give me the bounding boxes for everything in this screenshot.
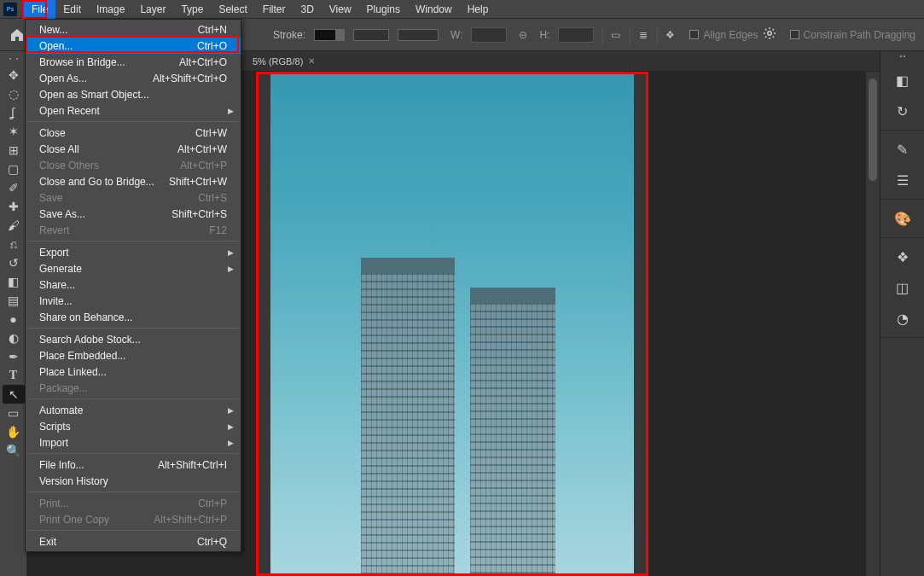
document-canvas[interactable] — [259, 74, 646, 573]
tool-frame[interactable]: ▢ — [3, 160, 25, 178]
tool-pen[interactable]: ✒ — [3, 347, 25, 366]
menu-image[interactable]: Image — [89, 0, 132, 19]
align-edges-checkbox[interactable]: Align Edges — [689, 29, 758, 41]
menu-view[interactable]: View — [322, 0, 359, 19]
tool-gradient[interactable]: ▤ — [3, 291, 25, 310]
tool-eraser[interactable]: ◧ — [3, 272, 25, 291]
menu-item-exit[interactable]: ExitCtrl+Q — [26, 533, 241, 550]
menu-help[interactable]: Help — [460, 0, 497, 19]
link-icon[interactable]: ⊖ — [519, 29, 527, 41]
menu-item-place-linked[interactable]: Place Linked... — [26, 364, 241, 380]
menu-plugins[interactable]: Plugins — [359, 0, 408, 19]
brushes-panel-icon[interactable]: ✎ — [886, 136, 920, 163]
tool-crop[interactable]: ⊞ — [3, 141, 25, 160]
swatches-panel-icon[interactable]: 🎨 — [886, 205, 920, 232]
menu-separator — [27, 530, 239, 531]
constrain-checkbox[interactable]: Constrain Path Dragging — [790, 29, 915, 41]
close-icon[interactable]: ✕ — [308, 51, 315, 72]
menu-item-search-adobe-stock[interactable]: Search Adobe Stock... — [26, 331, 241, 347]
menu-item-open-as-smart-object[interactable]: Open as Smart Object... — [26, 86, 241, 102]
width-input[interactable] — [471, 27, 507, 43]
menu-window[interactable]: Window — [408, 0, 460, 19]
menu-item-invite[interactable]: Invite... — [26, 293, 241, 309]
menu-item-save: SaveCtrl+S — [26, 189, 241, 206]
menu-item-generate[interactable]: Generate▶ — [26, 260, 241, 276]
menu-item-import[interactable]: Import▶ — [26, 434, 241, 451]
tool-dodge[interactable]: ◐ — [3, 329, 25, 347]
color-panel-icon[interactable]: ◧ — [886, 67, 920, 94]
paths-panel-icon[interactable]: ◔ — [886, 305, 920, 332]
tool-path-select[interactable]: ↖ — [3, 385, 25, 404]
menu-file[interactable]: File — [24, 0, 55, 19]
menu-layer[interactable]: Layer — [132, 0, 173, 19]
tool-quick-select[interactable]: ✶ — [3, 122, 25, 141]
menu-item-open-recent[interactable]: Open Recent▶ — [26, 102, 241, 119]
menu-item-save-as[interactable]: Save As...Shift+Ctrl+S — [26, 206, 241, 222]
stroke-style-dropdown[interactable] — [398, 29, 439, 41]
tool-history-brush[interactable]: ↺ — [3, 253, 25, 272]
menu-item-shortcut: Ctrl+W — [195, 127, 227, 139]
menu-item-new[interactable]: New...Ctrl+N — [26, 21, 241, 38]
tool-zoom[interactable]: 🔍 — [3, 441, 25, 460]
height-input[interactable] — [558, 27, 594, 43]
menu-item-share-on-behance[interactable]: Share on Behance... — [26, 309, 241, 325]
tools-panel: ✥◌ʆ✶⊞▢✐✚🖌⎌↺◧▤●◐✒T↖▭✋🔍 — [0, 51, 27, 576]
menu-item-version-history[interactable]: Version History — [26, 473, 241, 489]
menu-select[interactable]: Select — [211, 0, 254, 19]
tool-brush[interactable]: 🖌 — [3, 216, 25, 235]
menu-item-open-as[interactable]: Open As...Alt+Shift+Ctrl+O — [26, 70, 241, 86]
menu-item-share[interactable]: Share... — [26, 276, 241, 293]
menu-item-automate[interactable]: Automate▶ — [26, 402, 241, 418]
gear-icon[interactable] — [763, 26, 776, 43]
tool-move[interactable]: ✥ — [3, 66, 25, 84]
menu-edit[interactable]: Edit — [55, 0, 89, 19]
adjustments-panel-icon[interactable]: ☰ — [886, 166, 920, 194]
tool-eyedropper[interactable]: ✐ — [3, 178, 25, 197]
menu-filter[interactable]: Filter — [255, 0, 293, 19]
tool-lasso[interactable]: ʆ — [3, 103, 25, 122]
menu-item-close[interactable]: CloseCtrl+W — [26, 125, 241, 141]
chevron-right-icon: ▶ — [228, 107, 234, 115]
panel-drag-handle[interactable] — [9, 58, 18, 60]
tool-shape[interactable]: ▭ — [3, 404, 25, 422]
menu-item-close-all[interactable]: Close AllAlt+Ctrl+W — [26, 141, 241, 157]
menu-item-label: Close — [39, 127, 66, 139]
channels-panel-icon[interactable]: ◫ — [886, 274, 920, 301]
menu-item-label: Invite... — [39, 295, 73, 307]
menu-item-place-embedded[interactable]: Place Embedded... — [26, 347, 241, 364]
menu-item-shortcut: Shift+Ctrl+W — [169, 176, 227, 188]
tool-marquee[interactable]: ◌ — [3, 84, 25, 103]
stroke-color-swatch[interactable] — [314, 29, 345, 41]
menu-item-shortcut: Ctrl+N — [198, 24, 227, 36]
scrollbar-track[interactable] — [866, 72, 880, 576]
menu-item-file-info[interactable]: File Info...Alt+Shift+Ctrl+I — [26, 457, 241, 473]
menu-item-export[interactable]: Export▶ — [26, 244, 241, 260]
menu-item-browse-in-bridge[interactable]: Browse in Bridge...Alt+Ctrl+O — [26, 54, 241, 70]
home-icon[interactable] — [9, 27, 26, 43]
tool-hand[interactable]: ✋ — [3, 422, 25, 441]
menu-item-shortcut: Alt+Shift+Ctrl+P — [154, 514, 227, 526]
scrollbar-thumb[interactable] — [869, 79, 877, 181]
align-icon[interactable]: ≣ — [630, 26, 648, 44]
menu-item-label: Exit — [39, 536, 56, 548]
menu-item-revert: RevertF12 — [26, 222, 241, 238]
tool-heal[interactable]: ✚ — [3, 197, 25, 216]
menu-3d[interactable]: 3D — [293, 0, 321, 19]
tool-blur[interactable]: ● — [3, 310, 25, 329]
layers-panel-icon[interactable]: ❖ — [886, 243, 920, 271]
menu-type[interactable]: Type — [173, 0, 211, 19]
tab-title: 5% (RGB/8) — [253, 51, 303, 72]
menu-item-scripts[interactable]: Scripts▶ — [26, 418, 241, 434]
panel-drag-handle[interactable] — [880, 51, 924, 61]
tool-clone[interactable]: ⎌ — [3, 235, 25, 253]
menu-item-label: Export — [39, 247, 69, 259]
menu-item-open[interactable]: Open...Ctrl+O — [26, 38, 241, 54]
path-ops-icon[interactable]: ▭ — [602, 26, 621, 44]
tool-type[interactable]: T — [3, 366, 25, 385]
stroke-width-field[interactable] — [353, 29, 389, 41]
arrange-icon[interactable]: ❖ — [657, 26, 676, 44]
chevron-right-icon: ▶ — [228, 422, 234, 431]
menu-item-label: Open As... — [39, 73, 87, 84]
menu-item-close-and-go-to-bridge[interactable]: Close and Go to Bridge...Shift+Ctrl+W — [26, 173, 241, 189]
history-panel-icon[interactable]: ↻ — [886, 97, 920, 125]
